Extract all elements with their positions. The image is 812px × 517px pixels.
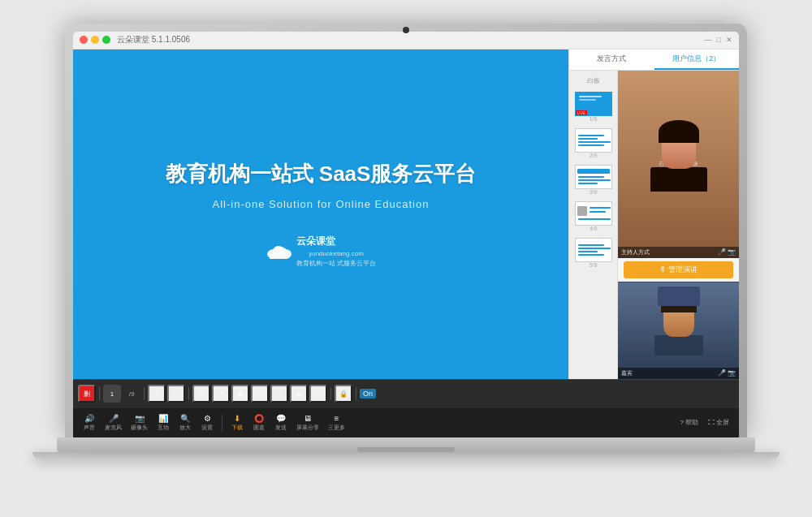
- close-button[interactable]: [80, 36, 88, 44]
- record-button[interactable]: ⭕ 圆直: [249, 411, 269, 433]
- circle-tool[interactable]: ○: [270, 385, 288, 403]
- close-icon[interactable]: ✕: [726, 36, 732, 44]
- tab-speak-mode[interactable]: 发言方式: [569, 50, 654, 70]
- camera-dot: [403, 27, 409, 33]
- sound-button[interactable]: 🔊 声音: [80, 411, 99, 433]
- zoom-icon: 🔍: [179, 413, 192, 423]
- interact-icon: 📊: [157, 413, 170, 423]
- logo-tagline: 教育机构一站 式服务云平台: [296, 259, 376, 268]
- host-video: 主持人方式 🎤 📷 右击发言人头像: [618, 71, 739, 258]
- slide-main-title: 教育机构一站式 SaaS服务云平台: [166, 160, 477, 188]
- fullscreen-label: 全屏: [716, 418, 729, 427]
- thumb-label-4: 4/9: [590, 226, 598, 231]
- guest-cam-icon: 📷: [728, 369, 736, 377]
- help-icon: ?: [680, 419, 684, 426]
- zoom-label: 放大: [179, 424, 191, 432]
- app-title: 云朵课堂 5.1.1.0506: [117, 34, 190, 45]
- separator-5: [356, 387, 356, 400]
- current-page: 1: [103, 385, 121, 403]
- pen-tool[interactable]: ✏: [192, 385, 210, 403]
- slide-thumbnails: 白板: [569, 71, 618, 379]
- thumb-wrapper-1: LIVE: [575, 92, 612, 116]
- guest-video-icons: 🎤 📷: [718, 369, 736, 377]
- bottom-toolbar: 🔊 声音 🎤 麦克风 📷 摄像头 📊 互动: [73, 408, 739, 437]
- minimize-button[interactable]: [91, 36, 99, 44]
- chat-button[interactable]: 💬 发送: [271, 411, 291, 433]
- record-label: 圆直: [253, 424, 265, 432]
- app-window: 云朵课堂 5.1.1.0506 — □ ✕ 教育机构一站式 SaaS服务云平台 …: [73, 32, 739, 437]
- interact-button[interactable]: 📊 互动: [153, 411, 173, 433]
- minimize-icon[interactable]: —: [705, 36, 712, 44]
- settings-icon: ⚙: [201, 413, 214, 423]
- slide-subtitle: All-in-one Solution for Online Education: [213, 198, 430, 210]
- settings-button[interactable]: ⚙ 设置: [197, 411, 217, 433]
- delete-button[interactable]: 删: [78, 385, 96, 403]
- host-video-inner: 主持人方式 🎤 📷 右击发言人头像: [618, 71, 739, 258]
- line-tool[interactable]: A: [231, 385, 249, 403]
- thumb-image-3: [575, 165, 612, 189]
- share-button[interactable]: 🖥 屏幕分享: [293, 411, 322, 433]
- mic-button[interactable]: 🎤 麦克风: [102, 411, 125, 433]
- tab-user-info[interactable]: 用户信息（2）: [654, 50, 740, 70]
- right-panel-body: 白板: [569, 71, 739, 379]
- share-icon: 🖥: [301, 413, 314, 423]
- thumb-label-1: 1/9: [590, 116, 598, 122]
- svg-rect-4: [270, 254, 287, 259]
- right-panel-tabs: 发言方式 用户信息（2）: [569, 50, 739, 71]
- bottom-right-area: ? 帮助 ⛶ 全屏: [677, 416, 732, 429]
- share-label: 屏幕分享: [296, 424, 319, 432]
- cloud-logo-icon: [266, 243, 292, 261]
- chat-icon: 💬: [274, 413, 287, 423]
- sound-icon: 🔊: [83, 413, 96, 423]
- eraser-tool[interactable]: ◻: [309, 385, 327, 403]
- maximize-button[interactable]: [102, 36, 110, 44]
- laptop-base: [57, 437, 755, 452]
- screen-bezel: 云朵课堂 5.1.1.0506 — □ ✕ 教育机构一站式 SaaS服务云平台 …: [73, 32, 739, 437]
- download-label: 下载: [231, 424, 243, 432]
- arrow-tool[interactable]: ↗: [212, 385, 230, 403]
- logo-text-area: 云朵课堂 yunduoketang.com 教育机构一站 式服务云平台: [296, 235, 376, 268]
- restore-icon[interactable]: □: [717, 36, 721, 44]
- help-button[interactable]: ? 帮助: [677, 416, 702, 429]
- laptop-container: 云朵课堂 5.1.1.0506 — □ ✕ 教育机构一站式 SaaS服务云平台 …: [57, 24, 755, 494]
- thumbnail-2[interactable]: 2/9: [573, 127, 614, 160]
- thumb-image-2: [575, 128, 612, 153]
- camera-icon: 📷: [133, 413, 146, 423]
- add-tool[interactable]: +: [148, 385, 166, 403]
- laptop-bottom: [32, 452, 780, 459]
- settings-label: 设置: [201, 424, 213, 432]
- shape-tool[interactable]: □: [251, 385, 269, 403]
- bottom-sep-1: [222, 415, 222, 431]
- host-name: 主持人方式: [621, 248, 650, 256]
- fullscreen-icon: ⛶: [708, 419, 715, 426]
- slide-area: 教育机构一站式 SaaS服务云平台 All-in-one Solution fo…: [73, 50, 568, 379]
- separator-2: [144, 387, 145, 400]
- logo-brand-name: 云朵课堂: [296, 235, 376, 248]
- help-label: 帮助: [685, 418, 698, 427]
- guest-video: 嘉宾 🎤 📷: [618, 282, 739, 379]
- sound-label: 声音: [84, 424, 95, 432]
- thumbnail-5[interactable]: 5/9: [573, 236, 614, 269]
- minus-tool[interactable]: −: [167, 385, 185, 403]
- camera-button[interactable]: 📷 摄像头: [127, 411, 151, 433]
- live-badge: LIVE: [576, 110, 588, 115]
- video-area: 主持人方式 🎤 📷 右击发言人头像: [618, 71, 739, 379]
- highlight-tool[interactable]: ⌀: [290, 385, 308, 403]
- right-panel: 发言方式 用户信息（2） 白板: [568, 50, 739, 379]
- logo-url: yunduoketang.com: [296, 250, 376, 257]
- thumbnail-3[interactable]: 3/9: [573, 163, 614, 196]
- thumbnail-1[interactable]: LIVE 1/9: [573, 90, 614, 123]
- thumbnail-4[interactable]: 4/9: [573, 200, 614, 233]
- guest-mic-icon: 🎤: [718, 369, 726, 377]
- lock-tool[interactable]: 🔒: [335, 385, 352, 403]
- fullscreen-button[interactable]: ⛶ 全屏: [705, 416, 732, 429]
- more-button[interactable]: ≡ 三更多: [325, 411, 348, 433]
- more-icon: ≡: [330, 413, 343, 423]
- zoom-button[interactable]: 🔍 放大: [175, 411, 195, 433]
- window-controls: [80, 36, 110, 44]
- interact-label: 互动: [158, 424, 169, 432]
- manage-button[interactable]: 🎙 管理演讲: [624, 261, 732, 278]
- download-button[interactable]: ⬇ 下载: [227, 411, 247, 433]
- slide-logo: 云朵课堂 yunduoketang.com 教育机构一站 式服务云平台: [266, 235, 376, 268]
- manage-label: 管理演讲: [668, 265, 698, 275]
